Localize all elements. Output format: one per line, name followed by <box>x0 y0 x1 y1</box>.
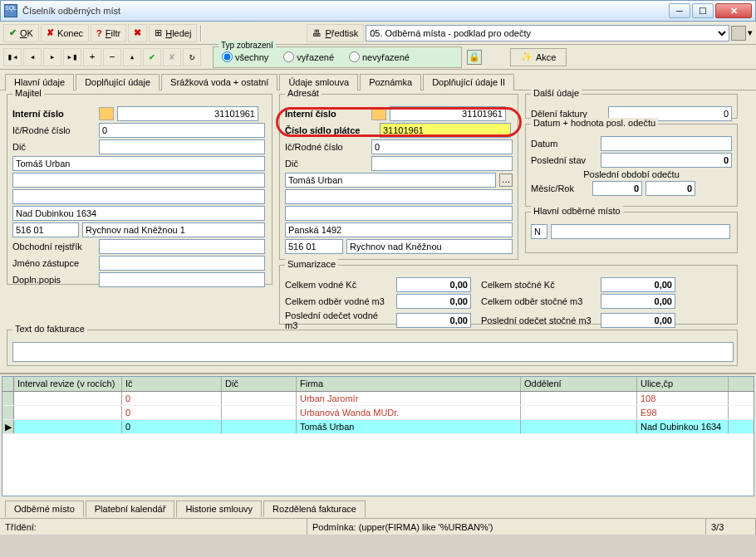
next-button[interactable]: ▸ <box>43 48 61 66</box>
col-header[interactable]: Ulice,čp <box>637 377 729 391</box>
majitel-zip[interactable] <box>12 222 79 237</box>
rok[interactable] <box>646 181 695 196</box>
label: Ič/Rodné číslo <box>285 142 368 152</box>
datum[interactable] <box>601 136 732 151</box>
tab-platebni[interactable]: Platební kalendář <box>86 501 175 517</box>
adresat-city[interactable] <box>346 239 513 254</box>
table-row[interactable]: 0 Urban Jaromír 108 <box>2 392 754 406</box>
maximize-button[interactable]: ☐ <box>692 3 714 18</box>
pov[interactable] <box>396 313 471 328</box>
hom-text[interactable] <box>551 224 730 239</box>
lock-icon[interactable]: 🔒 <box>467 50 482 65</box>
prev-button[interactable]: ◂ <box>23 48 42 66</box>
label: Dič <box>285 159 368 169</box>
search-icon: ⊞ <box>155 27 162 38</box>
majitel-name[interactable] <box>12 156 265 171</box>
cvk[interactable] <box>396 277 471 292</box>
radio-vyrazene[interactable]: vyřazené <box>283 51 334 62</box>
adresat-zip[interactable] <box>285 239 343 254</box>
hom-flag[interactable] <box>531 224 547 239</box>
majitel-city[interactable] <box>82 222 265 237</box>
ellipsis-button[interactable]: … <box>499 173 513 187</box>
ok-button[interactable]: ✔OOKK <box>3 24 39 42</box>
tab-srazkova[interactable]: Srážková voda + ostatní <box>161 74 277 90</box>
label: Interní číslo <box>12 109 96 119</box>
add-button[interactable]: + <box>83 48 101 66</box>
predtisk-button[interactable]: 🖶PředtiskPředtisk <box>307 24 364 42</box>
label: Celkem stočné Kč <box>481 280 597 290</box>
majitel-street[interactable] <box>12 206 265 221</box>
grid-area: Interval revize (v rocích) Ič Dič Firma … <box>0 373 756 518</box>
tab-poznamka[interactable]: Poznámka <box>360 74 421 90</box>
tab-doplnujici[interactable]: Doplňující údaje <box>76 74 160 90</box>
col-header[interactable]: Dič <box>222 377 297 391</box>
minimize-button[interactable]: ─ <box>669 3 690 18</box>
first-button[interactable]: ▮◂ <box>3 48 22 66</box>
cancel-button[interactable]: ✘ <box>163 48 181 66</box>
majitel-dp[interactable] <box>99 272 265 287</box>
col-header[interactable]: Interval revize (v rocích) <box>14 377 122 391</box>
text-fakturace-group: Text do fakturace <box>7 330 738 366</box>
col-header[interactable]: Firma <box>297 377 521 391</box>
konec-button[interactable]: ✘Konec <box>41 24 89 42</box>
adresat-street[interactable] <box>285 222 513 237</box>
label: Celkem odběr vodné m3 <box>285 296 393 306</box>
x-icon: ✖ <box>134 27 141 38</box>
tab-rozdelena[interactable]: Rozdělená fakturace <box>263 501 366 517</box>
adresat-intc[interactable] <box>390 106 506 121</box>
akce-button[interactable]: ✨Akce <box>510 48 567 66</box>
majitel-line3[interactable] <box>12 189 265 204</box>
group-label: Text do fakturace <box>12 324 87 334</box>
map-icon[interactable] <box>99 107 114 120</box>
cosm[interactable] <box>601 294 675 309</box>
tab-odberne-misto[interactable]: Odběrné místo <box>5 501 84 517</box>
adresat-csp[interactable] <box>380 123 511 138</box>
table-row[interactable]: ▶ 0 Tomáš Urban Nad Dubinkou 1634 <box>2 420 754 434</box>
csk[interactable] <box>601 277 675 292</box>
majitel-intc[interactable] <box>117 106 258 121</box>
datum-hodnota-group: Datum + hodnota posl. odečtu Datum Posle… <box>525 124 738 207</box>
majitel-or[interactable] <box>99 239 265 254</box>
group-label: Datum + hodnota posl. odečtu <box>531 118 658 128</box>
pos[interactable] <box>601 313 675 328</box>
clear-filter-button[interactable]: ✖ <box>128 24 147 42</box>
col-header[interactable]: Ič <box>122 377 222 391</box>
close-button[interactable]: ✕ <box>715 3 752 18</box>
mesic[interactable] <box>592 181 642 196</box>
majitel-icrc[interactable] <box>99 123 265 138</box>
adresat-line3[interactable] <box>285 206 513 221</box>
col-header[interactable]: Oddělení <box>521 377 637 391</box>
predtisk-select[interactable]: 05. Odběrná místa - podklad pro odečty <box>366 25 729 42</box>
majitel-jz[interactable] <box>99 256 265 271</box>
last-button[interactable]: ▸▮ <box>63 48 81 66</box>
tab-doplnujici2[interactable]: Doplňující údaje II <box>423 74 514 90</box>
label: Poslední odečet stočné m3 <box>481 315 597 325</box>
adresat-dic[interactable] <box>371 156 513 171</box>
label: Měsíc/Rok <box>531 183 589 193</box>
table-row[interactable]: 0 Urbanová Wanda MUDr. E98 <box>2 406 754 420</box>
radio-vsechny[interactable]: všechny <box>222 51 268 62</box>
adresat-line2[interactable] <box>285 189 513 204</box>
printer-icon[interactable] <box>731 26 746 41</box>
tab-historie[interactable]: Historie smlouvy <box>176 501 262 517</box>
up-button[interactable]: ▴ <box>123 48 141 66</box>
radio-nevyrazene[interactable]: nevyřazené <box>349 51 410 62</box>
map-icon[interactable] <box>371 107 386 120</box>
delete-button[interactable]: − <box>103 48 121 66</box>
filtr-button[interactable]: ?FiltrFiltr <box>91 24 126 42</box>
separator <box>200 25 202 42</box>
majitel-dic[interactable] <box>99 139 265 154</box>
label: Poslední období odečtu <box>583 169 680 179</box>
refresh-button[interactable]: ↻ <box>183 48 201 66</box>
majitel-line2[interactable] <box>12 173 265 188</box>
adresat-name[interactable] <box>285 173 496 188</box>
x-icon: ✘ <box>47 27 54 38</box>
adresat-icrc[interactable] <box>371 139 513 154</box>
confirm-button[interactable]: ✔ <box>143 48 161 66</box>
dropdown-icon[interactable]: ▾ <box>748 27 753 38</box>
hledej-button[interactable]: ⊞HledejHledej <box>149 24 197 42</box>
covm[interactable] <box>396 294 471 309</box>
data-grid[interactable]: Interval revize (v rocích) Ič Dič Firma … <box>2 376 754 496</box>
posledni-stav[interactable] <box>601 153 732 168</box>
text-fakturace[interactable] <box>12 342 734 362</box>
